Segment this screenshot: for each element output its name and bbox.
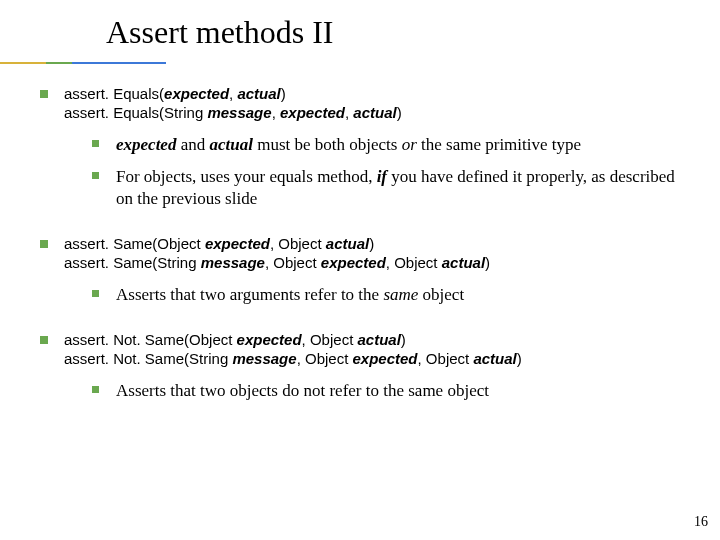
t: , Object [386,254,442,271]
sub-bullet-equals-method: For objects, uses your equals method, if… [92,166,690,210]
page-number: 16 [694,514,708,530]
square-bullet-icon [40,90,48,98]
t: must be both objects [253,135,402,154]
arg-actual: actual [353,104,396,121]
assert-equals-sig-1: assert. Equals(expected, actual) [64,84,690,103]
t: , Object [302,331,358,348]
arg-actual: actual [357,331,400,348]
t: assert. Same(Object [64,235,205,252]
assert-equals-sig-2: assert. Equals(String message, expected,… [64,103,690,122]
t: ) [369,235,374,252]
t: ) [517,350,522,367]
arg-actual: actual [442,254,485,271]
t: Asserts that two arguments refer to the [116,285,383,304]
assert-not-same-sig-1: assert. Not. Same(Object expected, Objec… [64,330,690,349]
arg-expected: expected [164,85,229,102]
bullet-assert-same: assert. Same(Object expected, Object act… [40,234,690,306]
em-or: or [402,135,417,154]
arg-expected: expected [205,235,270,252]
square-bullet-icon [92,172,99,179]
t: assert. Not. Same(String [64,350,232,367]
t: assert. Equals( [64,85,164,102]
t: assert. Not. Same(Object [64,331,237,348]
bullet-assert-not-same: assert. Not. Same(Object expected, Objec… [40,330,690,402]
t: , [272,104,280,121]
t: Asserts that two objects do not refer to… [116,381,489,400]
sub-bullets: expected and actual must be both objects… [92,134,690,209]
t: ) [485,254,490,271]
assert-same-sig-2: assert. Same(String message, Object expe… [64,253,690,272]
arg-message: message [201,254,265,271]
arg-message: message [207,104,271,121]
sub-bullets: Asserts that two arguments refer to the … [92,284,690,306]
sub-bullet-types: expected and actual must be both objects… [92,134,690,156]
arg-expected: expected [237,331,302,348]
t: assert. Equals(String [64,104,207,121]
square-bullet-icon [92,290,99,297]
sub-bullet-same-object: Asserts that two arguments refer to the … [92,284,690,306]
assert-not-same-sig-2: assert. Not. Same(String message, Object… [64,349,690,368]
square-bullet-icon [92,140,99,147]
arg-expected: expected [280,104,345,121]
t: the same primitive type [417,135,581,154]
square-bullet-icon [40,336,48,344]
assert-same-sig-1: assert. Same(Object expected, Object act… [64,234,690,253]
em-actual: actual [209,135,252,154]
t: assert. Same(String [64,254,201,271]
t: For objects, uses your equals method, [116,167,377,186]
arg-actual: actual [237,85,280,102]
slide: Assert methods II assert. Equals(expecte… [0,0,720,540]
square-bullet-icon [40,240,48,248]
bullet-assert-equals: assert. Equals(expected, actual) assert.… [40,84,690,210]
t: object [418,285,464,304]
slide-content: assert. Equals(expected, actual) assert.… [40,84,690,412]
em-same: same [383,285,418,304]
em-if: if [377,167,387,186]
t: , Object [297,350,353,367]
t: , Object [265,254,321,271]
square-bullet-icon [92,386,99,393]
t: ) [281,85,286,102]
arg-actual: actual [326,235,369,252]
t: and [176,135,209,154]
arg-message: message [232,350,296,367]
accent-bar [0,62,166,64]
em-expected: expected [116,135,176,154]
t: ) [401,331,406,348]
arg-expected: expected [321,254,386,271]
t: ) [397,104,402,121]
arg-expected: expected [352,350,417,367]
slide-title: Assert methods II [106,14,334,51]
sub-bullets: Asserts that two objects do not refer to… [92,380,690,402]
sub-bullet-not-same-object: Asserts that two objects do not refer to… [92,380,690,402]
t: , Object [270,235,326,252]
t: , Object [418,350,474,367]
arg-actual: actual [473,350,516,367]
